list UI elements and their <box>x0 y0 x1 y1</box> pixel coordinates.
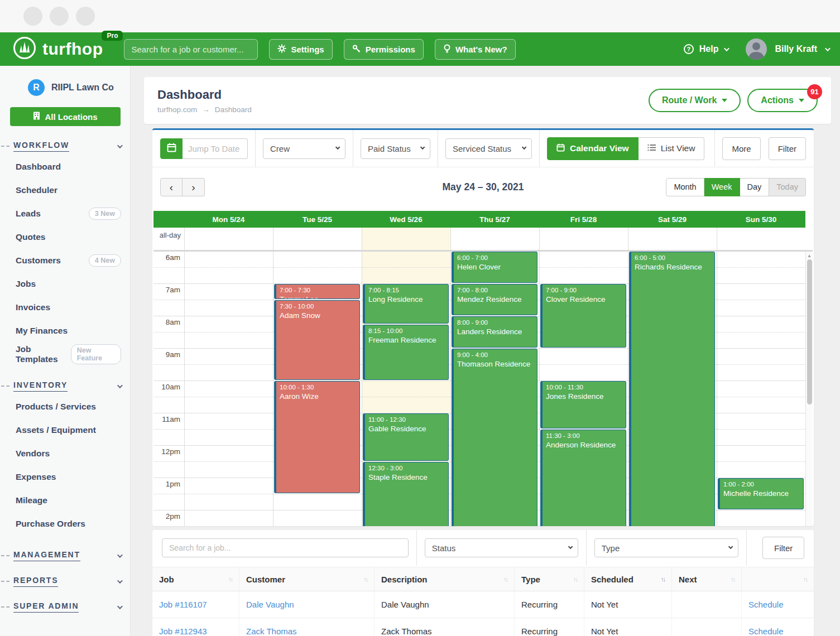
all-day-cell[interactable] <box>362 228 450 250</box>
calendar-event[interactable]: 10:00 - 1:30Aaron Wize <box>274 381 360 493</box>
calendar-slot[interactable] <box>362 252 450 284</box>
schedule-link[interactable]: Schedule <box>748 600 784 609</box>
sort-icon[interactable]: ↑↓ <box>661 576 665 582</box>
sidebar-item-leads[interactable]: Leads3 New <box>0 202 130 225</box>
column-header-description[interactable]: Description↑↓ <box>374 567 514 591</box>
sort-icon[interactable]: ↑↓ <box>803 576 807 582</box>
sidebar-section-management[interactable]: MANAGEMENT <box>13 550 121 561</box>
description[interactable]: Dale Vaughn <box>374 591 514 618</box>
filter-button[interactable]: Filter <box>769 137 806 160</box>
sidebar-item-vendors[interactable]: Vendors <box>0 442 130 465</box>
sidebar-item-jobs[interactable]: Jobs <box>0 272 130 296</box>
scheduled[interactable]: Not Yet <box>584 591 671 618</box>
customer-link[interactable]: Zack Thomas <box>246 627 297 636</box>
type[interactable]: Recurring <box>514 591 584 618</box>
help-menu[interactable]: ? Help <box>684 44 728 54</box>
window-control-zoom[interactable] <box>76 7 95 26</box>
column-header-scheduled[interactable]: Scheduled↑↓ <box>584 567 671 591</box>
next[interactable] <box>671 591 741 618</box>
sidebar-item-products-services[interactable]: Products / Services <box>0 395 130 418</box>
calendar-slot[interactable] <box>717 316 805 349</box>
breadcrumb-site[interactable]: turfhop.com <box>157 105 197 114</box>
vertical-scrollbar-thumb[interactable] <box>807 259 812 404</box>
sidebar-item-expenses[interactable]: Expenses <box>0 465 130 489</box>
calendar-slot[interactable] <box>717 413 805 446</box>
whats-new-button[interactable]: What's New? <box>435 39 516 60</box>
column-header-job[interactable]: Job↑↓ <box>152 567 239 591</box>
calendar-slot[interactable] <box>717 252 805 284</box>
calendar-event[interactable]: 7:00 - 7:30Tommy Lee <box>274 284 360 299</box>
schedule-link[interactable]: Schedule <box>748 627 784 636</box>
calendar-event[interactable]: 6:00 - 5:00Richards Residence <box>629 252 715 526</box>
calendar-slot[interactable] <box>717 510 805 526</box>
calendar-slot[interactable] <box>717 446 805 478</box>
vertical-scrollbar[interactable]: ▲ <box>805 252 813 526</box>
sidebar-item-dashboard[interactable]: Dashboard <box>0 155 130 179</box>
sidebar-item-assets-equipment[interactable]: Assets / Equipment <box>0 418 130 442</box>
calendar-event[interactable]: 7:00 - 8:15Long Residence <box>363 284 449 324</box>
calendar-event[interactable]: 8:15 - 10:00Freeman Residence <box>363 325 449 380</box>
sidebar-item-purchase-orders[interactable]: Purchase Orders <box>0 512 130 536</box>
all-day-cell[interactable] <box>628 228 717 250</box>
app-logo[interactable]: turfhop Pro <box>12 36 103 62</box>
job-link[interactable]: Job #112943 <box>159 627 207 636</box>
calendar-slot[interactable] <box>185 316 273 349</box>
sidebar-section-reports[interactable]: REPORTS <box>13 576 121 587</box>
customer-link[interactable]: Dale Vaughn <box>246 600 294 609</box>
calendar-slot[interactable] <box>185 349 273 381</box>
calendar-slot[interactable] <box>540 349 628 381</box>
scheduled[interactable]: Not Yet <box>584 618 671 636</box>
sort-icon[interactable]: ↑↓ <box>228 576 232 582</box>
calendar-event[interactable]: 10:00 - 11:30Jones Residence <box>540 381 626 428</box>
next-week-button[interactable]: › <box>183 178 205 196</box>
job-link[interactable]: Job #116107 <box>159 600 207 609</box>
view-day-button[interactable]: Day <box>740 178 770 196</box>
calendar-event[interactable]: 7:00 - 8:00Mendez Residence <box>452 284 537 315</box>
user-avatar[interactable] <box>746 38 767 60</box>
calendar-event[interactable]: 1:00 - 2:00Michelle Residence <box>718 478 804 509</box>
jump-to-date-input[interactable] <box>183 138 248 159</box>
global-search-input[interactable] <box>124 39 258 60</box>
sidebar-item-quotes[interactable]: Quotes <box>0 225 130 249</box>
sidebar-item-mileage[interactable]: Mileage <box>0 489 130 512</box>
type[interactable]: Recurring <box>514 618 584 636</box>
all-day-cell[interactable] <box>450 228 539 250</box>
calendar-event[interactable]: 7:00 - 9:00Clover Residence <box>540 284 626 348</box>
more-button[interactable]: More <box>722 137 760 160</box>
calendar-slot[interactable] <box>362 381 450 413</box>
sort-icon[interactable]: ↑↓ <box>731 576 735 582</box>
company-row[interactable]: R RIIPL Lawn Co <box>0 75 130 100</box>
permissions-button[interactable]: Permissions <box>344 39 424 60</box>
calendar-view-button[interactable]: Calendar View <box>547 137 639 160</box>
paid-status-select[interactable]: Paid Status <box>361 138 430 159</box>
list-view-button[interactable]: List View <box>639 137 705 160</box>
calendar-slot[interactable] <box>185 413 273 446</box>
route-work-button[interactable]: Route / Work <box>649 89 741 112</box>
view-week-button[interactable]: Week <box>704 178 740 196</box>
calendar-slot[interactable] <box>273 510 362 526</box>
status-select[interactable]: Status <box>425 538 578 557</box>
all-day-cell[interactable] <box>717 228 805 250</box>
calendar-slot[interactable] <box>185 284 273 316</box>
type-select[interactable]: Type <box>594 538 739 557</box>
calendar-event[interactable]: 9:00 - 4:00Thomason Residence <box>452 349 537 526</box>
description[interactable]: Zack Thomas <box>374 618 514 636</box>
calendar-slot[interactable] <box>185 252 273 284</box>
calendar-slot[interactable] <box>540 252 628 284</box>
crew-select[interactable]: Crew <box>263 138 345 159</box>
sidebar-item-my-finances[interactable]: My Finances <box>0 319 130 343</box>
all-day-cell[interactable] <box>273 228 362 250</box>
sort-icon[interactable]: ↑↓ <box>573 576 577 582</box>
sidebar-section-workflow[interactable]: WORKFLOW <box>13 141 121 152</box>
view-today-button[interactable]: Today <box>769 178 806 196</box>
calendar-slot[interactable] <box>185 381 273 413</box>
prev-week-button[interactable]: ‹ <box>160 178 183 196</box>
calendar-slot[interactable] <box>717 349 805 381</box>
sort-icon[interactable]: ↑↓ <box>363 576 367 582</box>
sidebar-item-job-templates[interactable]: Job TemplatesNew Feature <box>0 343 130 366</box>
calendar-slot[interactable] <box>717 381 805 413</box>
calendar-event[interactable]: 11:30 - 3:00Anderson Residence <box>540 430 626 526</box>
column-header-customer[interactable]: Customer↑↓ <box>239 567 374 591</box>
user-name[interactable]: Billy Kraft <box>775 44 817 54</box>
jump-to-date-button[interactable] <box>160 138 183 159</box>
